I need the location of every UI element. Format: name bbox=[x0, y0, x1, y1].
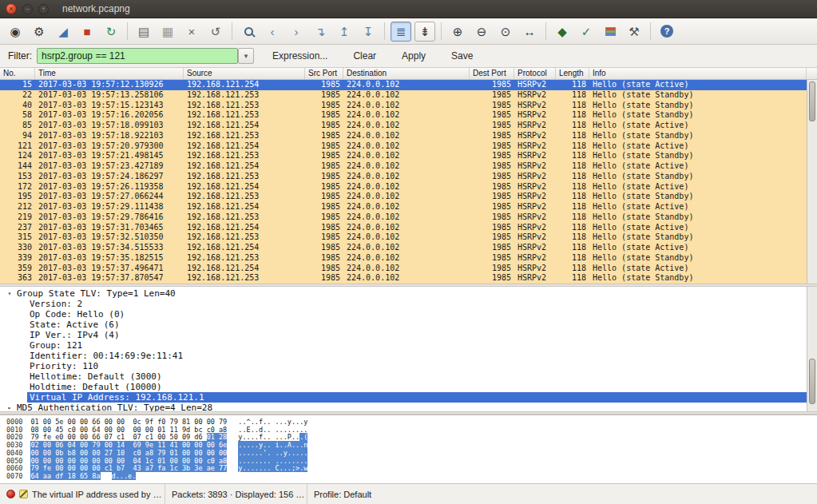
go-forward-button[interactable]: › bbox=[286, 22, 307, 42]
hex-byte: 43 bbox=[133, 464, 145, 472]
hex-byte: 00 bbox=[43, 441, 55, 449]
packet-cell-dest_port: 1985 bbox=[470, 264, 514, 274]
apply-button[interactable]: Apply bbox=[395, 47, 433, 65]
hex-byte: c1 bbox=[105, 464, 117, 472]
go-to-packet-button[interactable]: ↴ bbox=[310, 22, 331, 42]
detail-row[interactable]: Identifier: 00:14:69:9e:11:41 bbox=[0, 351, 807, 361]
column-header-src-port[interactable]: Src Port bbox=[305, 68, 343, 79]
maximize-button[interactable]: + bbox=[38, 4, 49, 14]
detail-row[interactable]: Op Code: Hello (0) bbox=[0, 309, 807, 319]
detail-row[interactable]: Version: 2 bbox=[0, 299, 807, 309]
detail-row[interactable]: ▾Group State TLV: Type=1 Len=40 bbox=[0, 288, 807, 299]
column-header-dest-port[interactable]: Dest Port bbox=[470, 68, 514, 79]
packet-cell-source: 192.168.121.254 bbox=[184, 243, 305, 253]
packet-row[interactable]: 1722017-03-03 19:57:26.119358192.168.121… bbox=[0, 182, 807, 192]
packet-row[interactable]: 2192017-03-03 19:57:29.786416192.168.121… bbox=[0, 212, 807, 223]
packet-cell-destination: 224.0.0.102 bbox=[343, 161, 470, 172]
close-button[interactable]: × bbox=[6, 3, 17, 14]
column-header-source[interactable]: Source bbox=[184, 68, 305, 79]
detail-row[interactable]: Group: 121 bbox=[0, 340, 807, 351]
display-filters-button[interactable]: ✓ bbox=[576, 22, 597, 42]
packet-cell-no: 58 bbox=[0, 110, 35, 121]
detail-row[interactable]: Hellotime: Default (3000) bbox=[0, 371, 807, 382]
packet-row[interactable]: 3152017-03-03 19:57:32.510350192.168.121… bbox=[0, 232, 807, 243]
packet-row[interactable]: 402017-03-03 19:57:15.123143192.168.121.… bbox=[0, 101, 807, 111]
expert-info-icon[interactable] bbox=[6, 490, 15, 498]
wireshark-window: × − + network.pcapng ◉⚙◢■↻▤▦×↺‹›↴↥↧≣⇟⊕⊖⊙… bbox=[0, 0, 817, 504]
expression-button[interactable]: Expression... bbox=[265, 47, 335, 65]
detail-row[interactable]: State: Active (6) bbox=[0, 319, 807, 330]
file-save-as-button[interactable]: ▦ bbox=[157, 22, 178, 42]
zoom-normal-button[interactable]: ⊙ bbox=[495, 22, 516, 42]
capture-stop-button[interactable]: ■ bbox=[77, 22, 97, 42]
detail-row[interactable]: Priority: 110 bbox=[0, 361, 807, 371]
collapse-icon[interactable]: ▾ bbox=[5, 290, 14, 297]
filter-dropdown-button[interactable]: ▾ bbox=[238, 48, 254, 64]
column-header-no[interactable]: No. bbox=[0, 68, 35, 79]
file-close-button[interactable]: × bbox=[181, 22, 202, 42]
column-header-length[interactable]: Length bbox=[556, 68, 589, 79]
detail-row[interactable]: Holdtime: Default (10000) bbox=[0, 382, 807, 392]
preferences-button[interactable]: ⚒ bbox=[624, 22, 644, 42]
column-header-destination[interactable]: Destination bbox=[343, 68, 470, 79]
capture-options-button[interactable]: ⚙ bbox=[29, 22, 50, 42]
hex-byte: 01 bbox=[207, 433, 219, 441]
detail-row[interactable]: IP Ver.: IPv4 (4) bbox=[0, 330, 807, 340]
scrollbar-thumb[interactable] bbox=[809, 81, 815, 121]
save-button[interactable]: Save bbox=[444, 47, 480, 65]
packet-row[interactable]: 1242017-03-03 19:57:21.498145192.168.121… bbox=[0, 151, 807, 161]
zoom-in-button[interactable]: ⊕ bbox=[447, 22, 468, 42]
capture-comment-icon[interactable] bbox=[19, 490, 28, 498]
help-button[interactable]: ? bbox=[656, 22, 677, 42]
packet-row[interactable]: 852017-03-03 19:57:18.099103192.168.121.… bbox=[0, 121, 807, 131]
column-header-time[interactable]: Time bbox=[35, 68, 184, 79]
packet-row[interactable]: 3592017-03-03 19:57:37.496471192.168.121… bbox=[0, 264, 807, 274]
capture-start-button[interactable]: ◢ bbox=[53, 22, 73, 42]
go-back-button[interactable]: ‹ bbox=[262, 22, 283, 42]
filter-input[interactable] bbox=[37, 48, 238, 64]
scrollbar-thumb[interactable] bbox=[809, 359, 815, 403]
packet-cell-time: 2017-03-03 19:57:37.870547 bbox=[35, 273, 184, 284]
details-scrollbar[interactable] bbox=[807, 287, 817, 411]
hex-ascii-char: . bbox=[275, 449, 279, 457]
packet-row[interactable]: 3632017-03-03 19:57:37.870547192.168.121… bbox=[0, 273, 807, 284]
coloring-rules-button[interactable] bbox=[600, 22, 621, 42]
expand-icon[interactable]: ▸ bbox=[5, 404, 14, 411]
packet-row[interactable]: 2122017-03-03 19:57:29.111438192.168.121… bbox=[0, 202, 807, 212]
packet-row[interactable]: 3302017-03-03 19:57:34.515533192.168.121… bbox=[0, 243, 807, 253]
file-open-button[interactable]: ▤ bbox=[133, 22, 154, 42]
column-header-protocol[interactable]: Protocol bbox=[514, 68, 556, 79]
hex-row[interactable]: 007064 aa df 18 65 8ad...e. bbox=[6, 473, 817, 481]
resize-columns-button[interactable]: ↔ bbox=[519, 22, 540, 42]
packet-row[interactable]: 152017-03-03 19:57:12.130926192.168.121.… bbox=[0, 80, 807, 90]
capture-restart-button[interactable]: ↻ bbox=[101, 22, 121, 42]
find-packet-button[interactable] bbox=[238, 22, 259, 42]
packet-row[interactable]: 1952017-03-03 19:57:27.066244192.168.121… bbox=[0, 192, 807, 202]
packet-row[interactable]: 1212017-03-03 19:57:20.979300192.168.121… bbox=[0, 141, 807, 152]
column-header-info[interactable]: Info bbox=[589, 68, 807, 79]
minimize-button[interactable]: − bbox=[22, 4, 33, 14]
packet-row[interactable]: 3392017-03-03 19:57:35.182515192.168.121… bbox=[0, 253, 807, 264]
packet-row[interactable]: 942017-03-03 19:57:18.922103192.168.121.… bbox=[0, 131, 807, 141]
auto-scroll-button[interactable]: ⇟ bbox=[414, 22, 435, 42]
packet-row[interactable]: 222017-03-03 19:57:13.258106192.168.121.… bbox=[0, 90, 807, 101]
go-first-packet-button[interactable]: ↥ bbox=[334, 22, 355, 42]
packet-cell-src_port: 1985 bbox=[305, 151, 343, 161]
filter-label-button[interactable]: Filter: bbox=[6, 48, 37, 64]
packet-row[interactable]: 1532017-03-03 19:57:24.186297192.168.121… bbox=[0, 172, 807, 182]
capture-filters-button[interactable]: ◆ bbox=[552, 22, 573, 42]
packet-row[interactable]: 1442017-03-03 19:57:23.427189192.168.121… bbox=[0, 161, 807, 172]
detail-row[interactable]: Virtual IP Address: 192.168.121.1 bbox=[0, 392, 807, 403]
clear-button[interactable]: Clear bbox=[346, 47, 383, 65]
zoom-out-button[interactable]: ⊖ bbox=[471, 22, 492, 42]
reload-button[interactable]: ↺ bbox=[205, 22, 226, 42]
detail-row[interactable]: ▸MD5 Authentication TLV: Type=4 Len=28 bbox=[0, 403, 807, 411]
packet-row[interactable]: 2372017-03-03 19:57:31.703465192.168.121… bbox=[0, 223, 807, 233]
packet-cell-src_port: 1985 bbox=[305, 161, 343, 172]
hex-offset: 0040 bbox=[6, 449, 22, 457]
packet-row[interactable]: 582017-03-03 19:57:16.202056192.168.121.… bbox=[0, 110, 807, 121]
interface-list-button[interactable]: ◉ bbox=[5, 22, 26, 42]
colorize-packets-button[interactable]: ≣ bbox=[391, 22, 411, 42]
packet-list-scrollbar[interactable] bbox=[807, 80, 817, 284]
go-last-packet-button[interactable]: ↧ bbox=[358, 22, 379, 42]
